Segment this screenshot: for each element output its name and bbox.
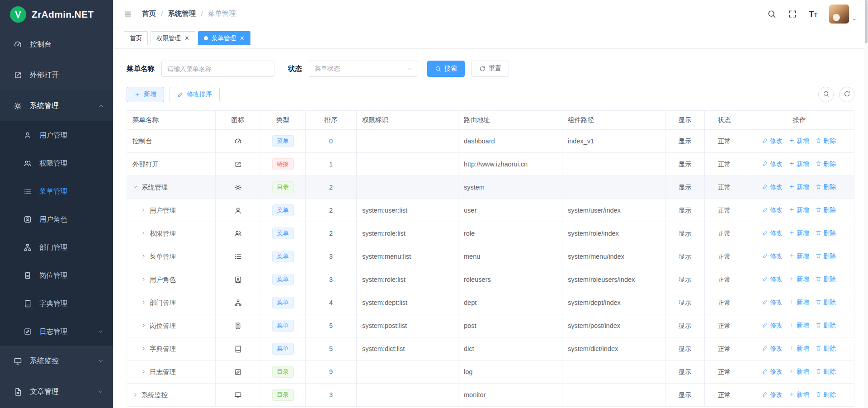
- menu-toggle-icon[interactable]: [124, 10, 132, 18]
- cell-visible: 显示: [665, 199, 705, 222]
- edit-link[interactable]: 修改: [762, 391, 783, 399]
- edit-link[interactable]: 修改: [762, 275, 783, 284]
- search-button[interactable]: 搜索: [427, 61, 465, 77]
- delete-link[interactable]: 删除: [816, 160, 836, 168]
- edit-link[interactable]: 修改: [762, 183, 783, 191]
- tree-toggle-icon[interactable]: [132, 392, 138, 398]
- tree-toggle-icon[interactable]: [141, 369, 146, 375]
- external-link-icon: [234, 161, 242, 168]
- tree-toggle-icon[interactable]: [132, 184, 138, 190]
- tab-0[interactable]: 首页: [124, 31, 148, 45]
- add-link[interactable]: 新增: [789, 299, 809, 307]
- edit-link[interactable]: 修改: [762, 137, 783, 145]
- breadcrumb-separator: /: [201, 10, 203, 18]
- add-button[interactable]: 新增: [127, 87, 164, 102]
- type-tag: 菜单: [272, 297, 294, 308]
- sidebar-item-external-link[interactable]: 外部打开: [0, 60, 113, 90]
- menu-name-input[interactable]: [161, 61, 274, 77]
- sidebar-item-article[interactable]: 文章管理: [0, 376, 113, 407]
- edit-link[interactable]: 修改: [762, 299, 783, 307]
- user-icon: [234, 207, 242, 214]
- tree-toggle-icon[interactable]: [141, 253, 146, 259]
- add-link[interactable]: 新增: [789, 206, 809, 214]
- sidebar-subitem-users[interactable]: 权限管理: [0, 149, 113, 177]
- fullscreen-icon[interactable]: [788, 9, 797, 19]
- table-search-button[interactable]: [818, 87, 834, 102]
- sidebar-subitem-label: 用户管理: [39, 131, 104, 140]
- tab-close-icon[interactable]: ✕: [184, 35, 189, 41]
- add-link[interactable]: 新增: [789, 345, 809, 353]
- delete-link[interactable]: 删除: [816, 391, 836, 399]
- sidebar-item-monitor[interactable]: 系统监控: [0, 346, 113, 376]
- edit-pen-icon: [762, 161, 768, 168]
- delete-link[interactable]: 删除: [816, 345, 836, 353]
- cell-name: 控制台: [127, 130, 216, 153]
- tab-1[interactable]: 权限管理✕: [151, 31, 195, 45]
- edit-link[interactable]: 修改: [762, 322, 783, 330]
- delete-link[interactable]: 删除: [816, 299, 836, 307]
- sidebar-subitem-org-tree[interactable]: 部门管理: [0, 233, 113, 261]
- sidebar-subitem-menu-list[interactable]: 菜单管理: [0, 177, 113, 205]
- sort-edit-button[interactable]: 修改排序: [170, 87, 220, 102]
- org-tree-icon: [234, 299, 242, 307]
- tree-toggle-icon[interactable]: [141, 276, 146, 282]
- add-link[interactable]: 新增: [789, 275, 809, 284]
- delete-link[interactable]: 删除: [816, 229, 836, 237]
- sidebar-item-gear[interactable]: 系统管理: [0, 90, 113, 121]
- refresh-icon: [844, 90, 850, 99]
- sidebar-menu: 控制台外部打开系统管理用户管理权限管理菜单管理用户角色部门管理岗位管理字典管理日…: [0, 29, 113, 407]
- sidebar-subitem-user[interactable]: 用户管理: [0, 121, 113, 149]
- log-edit-icon: [234, 368, 242, 376]
- avatar[interactable]: [829, 5, 849, 24]
- sidebar-subitem-log-edit[interactable]: 日志管理: [0, 318, 113, 346]
- plus-icon: [789, 276, 795, 283]
- status-select[interactable]: 菜单状态: [309, 61, 417, 77]
- add-link[interactable]: 新增: [789, 160, 809, 168]
- plus-icon: [789, 230, 795, 237]
- breadcrumb-item[interactable]: 首页: [142, 9, 156, 19]
- tree-toggle-icon[interactable]: [141, 299, 146, 305]
- breadcrumb-item[interactable]: 系统管理: [168, 9, 196, 19]
- tree-toggle-icon[interactable]: [141, 230, 146, 236]
- plus-icon: [789, 207, 795, 214]
- add-link[interactable]: 新增: [789, 252, 809, 261]
- add-link[interactable]: 新增: [789, 322, 809, 330]
- delete-link[interactable]: 删除: [816, 183, 836, 191]
- cell-name: 系统管理: [127, 176, 216, 199]
- header-search-icon[interactable]: [767, 9, 776, 19]
- reset-button[interactable]: 重置: [472, 61, 509, 77]
- edit-link[interactable]: 修改: [762, 160, 783, 168]
- avatar-caret-icon[interactable]: [851, 17, 857, 23]
- tab-2[interactable]: 菜单管理✕: [198, 31, 250, 45]
- cell-perm: [357, 130, 458, 153]
- sidebar-subitem-dict-book[interactable]: 字典管理: [0, 289, 113, 318]
- table-refresh-button[interactable]: [839, 87, 854, 102]
- add-link[interactable]: 新增: [789, 137, 809, 145]
- edit-link[interactable]: 修改: [762, 206, 783, 214]
- sidebar-subitem-user-role[interactable]: 用户角色: [0, 205, 113, 233]
- font-size-icon[interactable]: TT: [809, 9, 817, 18]
- add-link[interactable]: 新增: [789, 229, 809, 237]
- sidebar-subitem-post-badge[interactable]: 岗位管理: [0, 261, 113, 289]
- tree-toggle-icon[interactable]: [141, 346, 146, 351]
- delete-link[interactable]: 删除: [816, 137, 836, 145]
- scrollbar-thumb[interactable]: [865, 0, 868, 43]
- sidebar-item-dashboard[interactable]: 控制台: [0, 29, 113, 60]
- delete-link[interactable]: 删除: [816, 275, 836, 284]
- delete-link[interactable]: 删除: [816, 206, 836, 214]
- edit-link[interactable]: 修改: [762, 345, 783, 353]
- tree-toggle-icon[interactable]: [141, 323, 146, 328]
- add-link[interactable]: 新增: [789, 368, 809, 376]
- edit-link[interactable]: 修改: [762, 252, 783, 261]
- tab-close-icon[interactable]: ✕: [240, 35, 245, 41]
- delete-link[interactable]: 删除: [816, 368, 836, 376]
- delete-link[interactable]: 删除: [816, 322, 836, 330]
- page-scrollbar[interactable]: [864, 0, 868, 408]
- edit-link[interactable]: 修改: [762, 229, 783, 237]
- delete-link[interactable]: 删除: [816, 252, 836, 261]
- edit-link[interactable]: 修改: [762, 368, 783, 376]
- add-link[interactable]: 新增: [789, 391, 809, 399]
- tree-toggle-icon[interactable]: [141, 207, 146, 213]
- cell-type: 菜单: [260, 130, 306, 153]
- add-link[interactable]: 新增: [789, 183, 809, 191]
